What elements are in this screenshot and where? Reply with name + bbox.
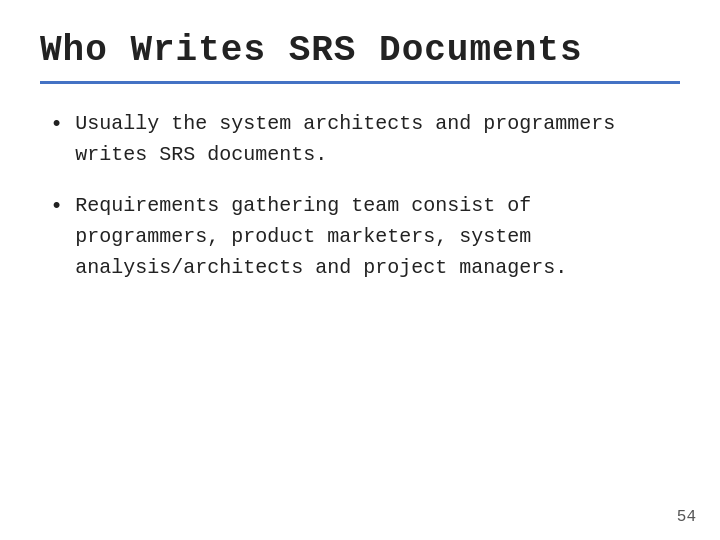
slide: Who Writes SRS Documents • Usually the s… xyxy=(0,0,720,540)
bullet-dot-2: • xyxy=(50,190,63,224)
page-number: 54 xyxy=(677,508,696,526)
title-divider xyxy=(40,81,680,84)
bullet-dot-1: • xyxy=(50,108,63,142)
slide-title: Who Writes SRS Documents xyxy=(40,30,680,71)
bullet-text-2: Requirements gathering team consist of p… xyxy=(75,190,680,283)
bullet-text-1: Usually the system architects and progra… xyxy=(75,108,680,170)
bullet-item-2: • Requirements gathering team consist of… xyxy=(50,190,680,283)
bullet-item-1: • Usually the system architects and prog… xyxy=(50,108,680,170)
slide-content: • Usually the system architects and prog… xyxy=(40,108,680,283)
